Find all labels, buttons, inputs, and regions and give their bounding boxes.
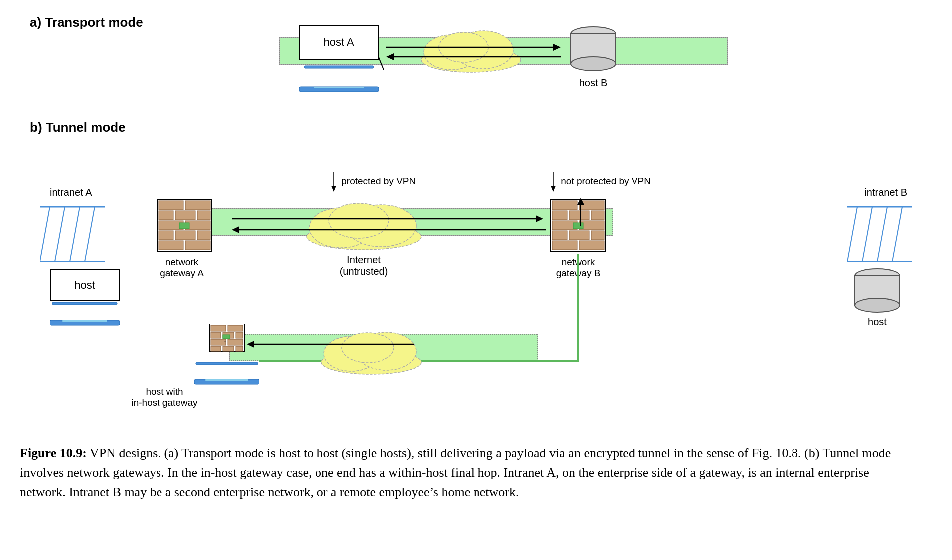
part-a-section: a) Transport mode host A <box>20 10 932 110</box>
inhost-laptop <box>194 361 259 386</box>
intranet-a-lines <box>40 197 105 262</box>
svg-rect-85 <box>223 346 234 351</box>
svg-text:↓: ↓ <box>223 336 227 343</box>
arrow-right-tunnel-b <box>229 213 548 224</box>
not-protected-vpn-label: not protected by VPN <box>548 172 651 192</box>
protected-vpn-label: protected by VPN <box>329 172 416 192</box>
svg-point-73 <box>855 298 900 312</box>
svg-rect-42 <box>197 231 210 240</box>
svg-marker-97 <box>577 198 584 205</box>
host-right-label: host <box>852 316 902 328</box>
svg-marker-19 <box>551 186 556 192</box>
cloud-inhost <box>314 326 429 376</box>
svg-rect-62 <box>552 231 567 240</box>
svg-rect-70 <box>62 320 107 322</box>
svg-rect-66 <box>579 241 604 250</box>
svg-rect-40 <box>159 231 173 240</box>
caption-text: VPN designs. (a) Transport mode is host … <box>20 446 891 499</box>
svg-marker-51 <box>536 215 543 222</box>
svg-line-22 <box>40 207 50 262</box>
svg-marker-75 <box>247 341 254 348</box>
svg-rect-2 <box>314 87 364 88</box>
svg-rect-55 <box>552 201 577 210</box>
svg-rect-59 <box>591 211 604 220</box>
arrow-up-gateway-b <box>575 197 587 227</box>
svg-rect-63 <box>569 231 589 240</box>
arrow-left-inhost <box>244 339 419 350</box>
host-b-area: host B <box>568 25 618 89</box>
host-left-label: host <box>74 279 95 292</box>
main-diagram: a) Transport mode host A <box>20 10 932 428</box>
svg-marker-53 <box>232 226 239 233</box>
host-left-laptop <box>50 301 120 326</box>
svg-rect-83 <box>228 339 243 345</box>
svg-rect-79 <box>211 332 221 338</box>
svg-rect-0 <box>304 66 374 68</box>
svg-rect-36 <box>175 211 195 220</box>
svg-rect-43 <box>159 241 183 250</box>
internet-label: Internet (untrusted) <box>309 254 419 277</box>
svg-rect-34 <box>185 201 210 210</box>
host-right-cylinder <box>852 267 902 316</box>
svg-marker-10 <box>553 44 561 51</box>
svg-rect-35 <box>159 211 173 220</box>
svg-rect-84 <box>211 346 221 351</box>
protected-label-text: protected by VPN <box>341 176 416 186</box>
host-right-area: host <box>852 267 902 328</box>
laptop-a-icon <box>299 65 379 92</box>
svg-line-24 <box>70 207 80 262</box>
host-left-area: host <box>50 269 120 326</box>
inhost-label-text: host with in-host gateway <box>131 386 197 408</box>
intranet-b-lines <box>847 197 912 262</box>
svg-rect-44 <box>185 241 210 250</box>
svg-rect-86 <box>236 346 243 351</box>
svg-line-25 <box>85 207 95 262</box>
inhost-label: host with in-host gateway <box>120 386 209 408</box>
svg-point-15 <box>571 57 616 71</box>
host-b-label: host B <box>568 77 618 89</box>
svg-marker-17 <box>331 186 336 192</box>
host-left-box: host <box>50 269 120 301</box>
caption-figure-ref: Figure 10.9: <box>20 446 87 460</box>
svg-rect-57 <box>552 211 567 220</box>
svg-rect-77 <box>211 325 226 331</box>
arrow-left-transport <box>384 51 563 63</box>
svg-rect-45 <box>179 223 189 229</box>
figure-caption: Figure 10.9: VPN designs. (a) Transport … <box>20 443 917 502</box>
svg-rect-41 <box>175 231 195 240</box>
gateway-a-label: network gateway A <box>147 257 217 279</box>
arrow-left-tunnel-b <box>229 224 548 235</box>
svg-rect-65 <box>552 241 577 250</box>
host-b-cylinder <box>568 25 618 75</box>
svg-rect-33 <box>159 201 183 210</box>
svg-rect-89 <box>196 362 258 365</box>
svg-line-28 <box>847 207 857 262</box>
inhost-gateway-area: ↓ <box>194 324 259 384</box>
svg-rect-37 <box>197 211 210 220</box>
host-a-label: host A <box>323 36 354 49</box>
svg-rect-81 <box>236 332 243 338</box>
gateway-a-firewall <box>155 197 214 254</box>
svg-line-23 <box>55 207 65 262</box>
gateway-a-label-text: network gateway A <box>160 257 204 278</box>
svg-rect-68 <box>52 302 117 305</box>
svg-line-30 <box>877 207 887 262</box>
svg-line-29 <box>862 207 872 262</box>
vert-connection-line <box>577 254 579 361</box>
not-protected-label-text: not protected by VPN <box>561 176 651 186</box>
svg-rect-78 <box>228 325 243 331</box>
part-a-label: a) Transport mode <box>30 15 143 30</box>
part-b-label: b) Tunnel mode <box>30 120 126 135</box>
internet-label-text: Internet (untrusted) <box>340 254 388 277</box>
svg-rect-91 <box>205 379 248 381</box>
svg-rect-64 <box>591 231 604 240</box>
svg-line-31 <box>892 207 902 262</box>
host-a-box: host A <box>299 25 379 60</box>
svg-marker-12 <box>386 53 394 60</box>
part-b-section: b) Tunnel mode protected by VPN not prot… <box>20 120 932 428</box>
